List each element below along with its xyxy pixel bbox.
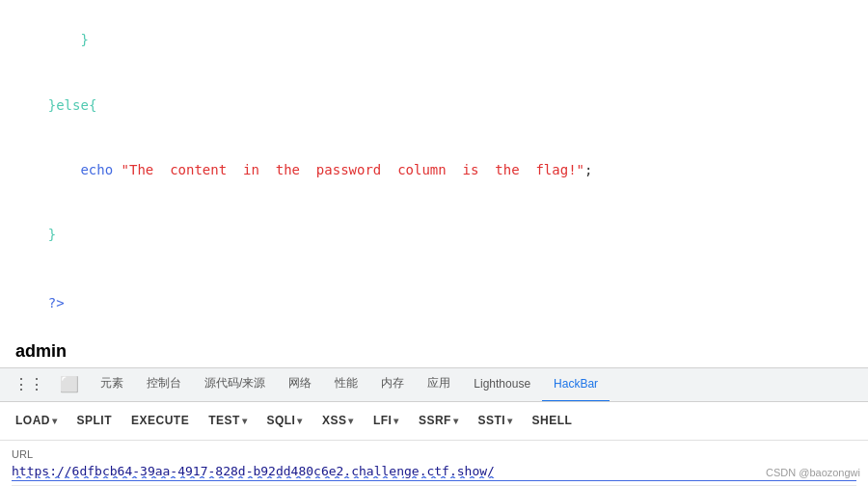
- split-button[interactable]: SPLIT: [69, 410, 121, 431]
- tab-elements[interactable]: 元素: [89, 367, 135, 402]
- code-line-5: ?>: [15, 271, 853, 336]
- load-arrow: ▾: [52, 416, 58, 426]
- watermark: CSDN @baozongwi: [766, 467, 860, 478]
- shell-button[interactable]: SHELL: [525, 410, 581, 431]
- sqli-arrow: ▾: [297, 416, 303, 426]
- load-button[interactable]: LOAD ▾: [8, 410, 66, 431]
- code-section: } }else{ echo "The content in the passwo…: [0, 0, 868, 339]
- ssti-arrow: ▾: [507, 416, 513, 426]
- admin-output: admin: [0, 339, 868, 367]
- devtools-icon-2[interactable]: ⬜: [54, 371, 85, 397]
- execute-button[interactable]: EXECUTE: [123, 410, 197, 431]
- hackbar-toolbar: LOAD ▾ SPLIT EXECUTE TEST ▾ SQLI ▾ XSS ▾…: [0, 402, 868, 441]
- ssrf-arrow: ▾: [453, 416, 459, 426]
- url-input[interactable]: [12, 462, 856, 481]
- sqli-button[interactable]: SQLI ▾: [258, 410, 311, 431]
- tab-network[interactable]: 网络: [277, 367, 323, 402]
- code-line-4: }: [15, 202, 853, 267]
- code-line-2: }else{: [15, 72, 853, 137]
- ssti-button[interactable]: SSTI ▾: [470, 410, 520, 431]
- tab-memory[interactable]: 内存: [369, 367, 416, 402]
- xss-button[interactable]: XSS ▾: [314, 410, 362, 431]
- tab-hackbar[interactable]: HackBar: [542, 367, 610, 402]
- url-label: URL: [12, 448, 856, 460]
- lfi-arrow: ▾: [393, 416, 399, 426]
- test-arrow: ▾: [242, 416, 248, 426]
- ssrf-button[interactable]: SSRF ▾: [411, 410, 467, 431]
- devtools-icon-1[interactable]: ⋮⋮: [8, 371, 50, 397]
- test-button[interactable]: TEST ▾: [201, 410, 255, 431]
- xss-arrow: ▾: [348, 416, 354, 426]
- tab-sources[interactable]: 源代码/来源: [193, 367, 277, 402]
- code-line-3: echo "The content in the password column…: [15, 137, 853, 202]
- tab-console[interactable]: 控制台: [135, 367, 193, 402]
- devtools-tabbar: ⋮⋮ ⬜ 元素 控制台 源代码/来源 网络 性能 内存 应用 Lighthous…: [0, 367, 868, 402]
- tab-lighthouse[interactable]: Lighthouse: [462, 367, 542, 402]
- lfi-button[interactable]: LFI ▾: [366, 410, 407, 431]
- url-section: URL: [0, 441, 868, 485]
- tab-application[interactable]: 应用: [416, 367, 462, 402]
- tab-performance[interactable]: 性能: [323, 367, 369, 402]
- code-line-1: }: [15, 8, 853, 72]
